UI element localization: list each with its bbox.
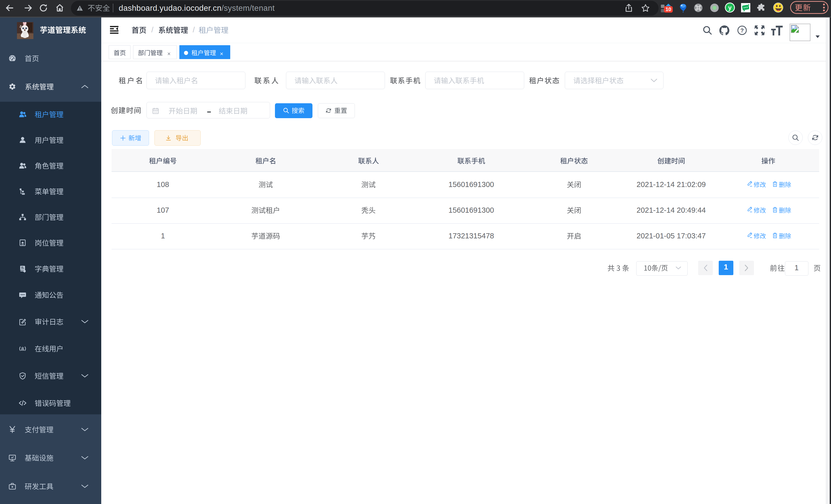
svg-text:?: ?	[740, 27, 744, 34]
svg-text:y: y	[728, 4, 732, 11]
svg-text:10: 10	[665, 6, 671, 12]
